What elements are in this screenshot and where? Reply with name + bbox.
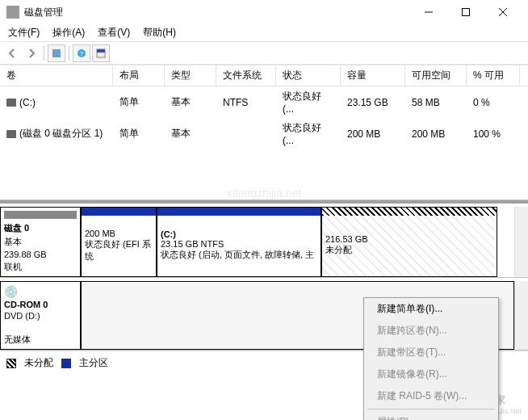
cell-free: 200 MB	[405, 120, 467, 148]
help-button[interactable]: ?	[73, 44, 90, 62]
menu-action[interactable]: 操作(A)	[48, 24, 90, 41]
legend-swatch-unallocated	[6, 359, 16, 368]
partition-size: 216.53 GB	[325, 234, 493, 244]
legend-swatch-primary	[61, 359, 71, 368]
volume-row[interactable]: (C:) 简单 基本 NTFS 状态良好 (... 23.15 GB 58 MB…	[0, 86, 528, 118]
disk-partitions: 200 MB 状态良好 (EFI 系统 (C:) 23.15 GB NTFS 状…	[81, 207, 514, 277]
vertical-scrollbar[interactable]	[514, 207, 528, 277]
menu-file[interactable]: 文件(F)	[3, 24, 44, 41]
title-bar: 磁盘管理	[0, 0, 528, 24]
window-title: 磁盘管理	[24, 6, 410, 19]
disk-icon	[4, 211, 77, 219]
forward-button[interactable]	[23, 44, 40, 62]
disk-row: 磁盘 0 基本 239.88 GB 联机 200 MB 状态良好 (EFI 系统…	[0, 207, 528, 278]
window-controls	[410, 0, 522, 24]
menu-separator	[367, 409, 495, 410]
disk-kind: 基本	[4, 236, 77, 248]
menu-new-striped-volume[interactable]: 新建带区卷(T)...	[364, 342, 498, 363]
menu-new-mirrored-volume[interactable]: 新建镜像卷(R)...	[364, 363, 498, 385]
volume-row[interactable]: (磁盘 0 磁盘分区 1) 简单 基本 状态良好 (... 200 MB 200…	[0, 118, 528, 149]
svg-rect-1	[463, 9, 470, 16]
close-button[interactable]	[484, 0, 522, 24]
volume-name: (C:)	[19, 97, 36, 108]
partition[interactable]: (C:) 23.15 GB NTFS 状态良好 (启动, 页面文件, 故障转储,…	[157, 207, 321, 277]
cell-status: 状态良好 (...	[276, 120, 341, 148]
volume-icon	[6, 130, 16, 138]
menu-new-spanned-volume[interactable]: 新建跨区卷(N)...	[364, 320, 498, 342]
back-button[interactable]	[3, 44, 21, 62]
partition-status: 未分配	[325, 244, 493, 256]
disk-state: 联机	[4, 261, 77, 273]
volume-icon	[6, 99, 16, 107]
cell-pct: 0 %	[467, 88, 520, 116]
col-free[interactable]: 可用空间	[405, 65, 467, 86]
app-icon	[6, 6, 19, 19]
menu-new-simple-volume[interactable]: 新建简单卷(I)...	[364, 298, 498, 320]
menu-view[interactable]: 查看(V)	[93, 24, 135, 41]
partition-status: 状态良好 (EFI 系统	[85, 238, 153, 262]
partition-stripe	[322, 208, 497, 216]
cell-layout: 简单	[113, 120, 165, 148]
cell-type: 基本	[165, 88, 216, 116]
partition-size: 200 MB	[85, 229, 153, 238]
toolbar: ?	[0, 42, 528, 65]
partition-size: 23.15 GB NTFS	[161, 239, 317, 249]
partition-stripe	[157, 208, 321, 216]
cell-free: 58 MB	[405, 88, 467, 116]
disk-kind: DVD (D:)	[4, 311, 77, 321]
col-status[interactable]: 状态	[276, 65, 341, 86]
disk-size: 239.88 GB	[4, 250, 77, 259]
legend-label-unallocated: 未分配	[24, 356, 53, 370]
disk-header[interactable]: 磁盘 0 基本 239.88 GB 联机	[0, 207, 81, 277]
col-layout[interactable]: 布局	[113, 65, 165, 86]
cell-pct: 100 %	[467, 120, 520, 148]
col-volume[interactable]: 卷	[0, 65, 113, 86]
svg-text:?: ?	[80, 50, 84, 57]
cell-type: 基本	[165, 120, 216, 148]
partition-unallocated[interactable]: 216.53 GB 未分配	[321, 207, 497, 277]
volume-rows: (C:) 简单 基本 NTFS 状态良好 (... 23.15 GB 58 MB…	[0, 86, 528, 200]
partition-stripe	[82, 208, 156, 216]
menu-properties[interactable]: 属性(P)	[364, 411, 498, 420]
partition[interactable]: 200 MB 状态良好 (EFI 系统	[81, 207, 157, 277]
volume-list-header: 卷 布局 类型 文件系统 状态 容量 可用空间 % 可用	[0, 65, 528, 86]
volume-list: 卷 布局 类型 文件系统 状态 容量 可用空间 % 可用 (C:) 简单 基本 …	[0, 65, 528, 200]
cell-fs	[216, 120, 276, 148]
menu-help[interactable]: 帮助(H)	[138, 24, 181, 41]
cell-status: 状态良好 (...	[276, 88, 341, 116]
menu-bar: 文件(F) 操作(A) 查看(V) 帮助(H)	[0, 24, 528, 42]
maximize-button[interactable]	[447, 0, 484, 24]
partition-title: (C:)	[161, 229, 176, 239]
cell-layout: 简单	[113, 88, 165, 116]
cell-capacity: 200 MB	[341, 120, 405, 148]
context-menu: 新建简单卷(I)... 新建跨区卷(N)... 新建带区卷(T)... 新建镜像…	[363, 297, 499, 420]
col-type[interactable]: 类型	[165, 65, 216, 86]
cdrom-icon: 💿	[4, 285, 77, 298]
vertical-scrollbar[interactable]	[514, 281, 528, 350]
partition-status: 状态良好 (启动, 页面文件, 故障转储, 主	[161, 249, 317, 261]
disk-label: 磁盘 0	[4, 222, 77, 234]
toolbar-separator	[44, 46, 44, 61]
toolbar-separator	[69, 46, 69, 61]
disk-label: CD-ROM 0	[4, 300, 77, 309]
menu-new-raid5-volume[interactable]: 新建 RAID-5 卷(W)...	[364, 385, 498, 407]
cell-capacity: 23.15 GB	[341, 88, 405, 116]
disk-state: 无媒体	[4, 334, 77, 346]
minimize-button[interactable]	[410, 0, 447, 24]
refresh-button[interactable]	[48, 44, 65, 62]
col-capacity[interactable]: 容量	[341, 65, 405, 86]
cell-fs: NTFS	[216, 88, 276, 116]
volume-name: (磁盘 0 磁盘分区 1)	[19, 127, 103, 141]
options-button[interactable]	[92, 44, 110, 62]
col-fs[interactable]: 文件系统	[216, 65, 276, 86]
legend-label-primary: 主分区	[79, 356, 108, 370]
disk-header[interactable]: 💿 CD-ROM 0 DVD (D:) 无媒体	[0, 281, 81, 350]
col-pct[interactable]: % 可用	[467, 65, 520, 86]
svg-rect-8	[97, 49, 105, 52]
svg-rect-4	[52, 49, 61, 57]
